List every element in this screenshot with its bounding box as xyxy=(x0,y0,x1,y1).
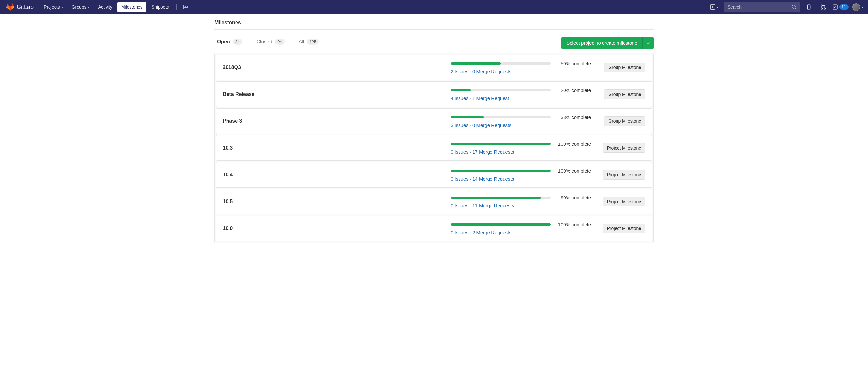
create-milestone-dropdown[interactable] xyxy=(643,37,654,49)
issues-link[interactable]: 0 Issues xyxy=(451,149,468,155)
progress-bar xyxy=(451,223,551,226)
merge-requests-link[interactable]: 2 Merge Requests xyxy=(472,230,512,235)
milestone-badge-col: Project Milestone xyxy=(597,197,645,206)
brand-logo[interactable]: GitLab xyxy=(5,3,35,11)
analytics-icon[interactable] xyxy=(181,2,191,12)
issues-link[interactable]: 0 Issues xyxy=(451,203,468,208)
new-dropdown[interactable]: ▾ xyxy=(708,4,720,9)
nav-milestones-label: Milestones xyxy=(121,4,143,9)
user-menu[interactable]: ▾ xyxy=(852,3,863,11)
issues-link[interactable]: 3 Issues xyxy=(451,122,468,128)
milestone-badge-col: Project Milestone xyxy=(597,224,645,233)
merge-requests-link[interactable]: 11 Merge Requests xyxy=(472,203,514,208)
milestone-progress-col: 50% complete 2 Issues·0 Merge Requests xyxy=(451,61,591,74)
progress-row: 20% complete xyxy=(451,88,591,93)
tab-all-count: 125 xyxy=(307,39,319,45)
merge-requests-link[interactable]: 0 Merge Requests xyxy=(472,69,512,74)
merge-requests-icon[interactable] xyxy=(818,2,829,12)
milestone-type-badge: Project Milestone xyxy=(603,143,645,153)
milestone-progress-col: 100% complete 0 Issues·14 Merge Requests xyxy=(451,168,591,181)
navbar-left: GitLab Projects ▾ Groups ▾ Activity Mile… xyxy=(5,2,191,12)
progress-row: 90% complete xyxy=(451,195,591,200)
milestone-badge-col: Project Milestone xyxy=(597,143,645,153)
filter-tabs: Open 34 Closed 94 All 125 xyxy=(214,35,321,51)
milestone-row: 10.5 90% complete 0 Issues·11 Merge Requ… xyxy=(216,189,652,215)
tab-closed[interactable]: Closed 94 xyxy=(254,35,287,51)
svg-rect-2 xyxy=(807,5,810,9)
nav-snippets[interactable]: Snippets xyxy=(148,2,173,12)
nav-divider xyxy=(177,4,177,10)
caret-down-icon xyxy=(647,41,650,45)
milestone-type-badge: Group Milestone xyxy=(604,116,645,126)
gitlab-icon xyxy=(6,3,14,11)
milestone-badge-col: Group Milestone xyxy=(597,63,645,72)
merge-requests-link[interactable]: 17 Merge Requests xyxy=(472,149,514,155)
milestone-title[interactable]: 10.3 xyxy=(223,145,444,151)
milestone-links: 0 Issues·17 Merge Requests xyxy=(451,149,591,155)
milestone-links: 0 Issues·2 Merge Requests xyxy=(451,230,591,235)
todos-icon xyxy=(832,4,838,10)
progress-fill xyxy=(451,223,551,226)
svg-point-3 xyxy=(821,5,823,6)
progress-fill xyxy=(451,197,541,199)
milestone-badge-col: Group Milestone xyxy=(597,89,645,99)
milestone-links: 0 Issues·14 Merge Requests xyxy=(451,176,591,181)
tab-all[interactable]: All 125 xyxy=(296,35,321,51)
nav-activity-label: Activity xyxy=(98,4,112,9)
milestone-links: 3 Issues·0 Merge Requests xyxy=(451,122,591,128)
milestone-badge-col: Group Milestone xyxy=(597,116,645,126)
merge-requests-link[interactable]: 1 Merge Request xyxy=(472,95,509,101)
milestone-type-badge: Project Milestone xyxy=(603,224,645,233)
progress-fill xyxy=(451,170,551,172)
issues-link[interactable]: 0 Issues xyxy=(451,176,468,181)
progress-percent-label: 50% complete xyxy=(556,61,591,66)
svg-point-4 xyxy=(821,8,823,9)
page-title: Milestones xyxy=(214,14,654,30)
milestone-row: 2018Q3 50% complete 2 Issues·0 Merge Req… xyxy=(216,55,652,80)
nav-projects[interactable]: Projects ▾ xyxy=(40,2,67,12)
milestone-progress-col: 100% complete 0 Issues·2 Merge Requests xyxy=(451,222,591,235)
issues-icon[interactable] xyxy=(804,2,814,12)
todos-button[interactable]: 11 xyxy=(832,4,848,10)
milestone-progress-col: 33% complete 3 Issues·0 Merge Requests xyxy=(451,114,591,128)
merge-requests-link[interactable]: 0 Merge Requests xyxy=(472,122,512,128)
progress-percent-label: 100% complete xyxy=(556,168,591,173)
milestone-links: 2 Issues·0 Merge Requests xyxy=(451,69,591,74)
main-container: Milestones Open 34 Closed 94 All 125 Sel… xyxy=(204,14,664,243)
search-icon xyxy=(792,4,797,9)
merge-requests-link[interactable]: 14 Merge Requests xyxy=(472,176,514,181)
milestone-row: Beta Release 20% complete 4 Issues·1 Mer… xyxy=(216,82,652,107)
progress-row: 100% complete xyxy=(451,168,591,173)
progress-bar xyxy=(451,89,551,91)
milestone-row: 10.4 100% complete 0 Issues·14 Merge Req… xyxy=(216,162,652,188)
progress-fill xyxy=(451,143,551,145)
tab-open[interactable]: Open 34 xyxy=(214,35,245,51)
issues-link[interactable]: 0 Issues xyxy=(451,230,468,235)
milestone-title[interactable]: 10.4 xyxy=(223,172,444,178)
create-milestone-button[interactable]: Select project to create milestone xyxy=(561,37,654,49)
tab-closed-label: Closed xyxy=(256,39,272,45)
milestone-row: 10.3 100% complete 0 Issues·17 Merge Req… xyxy=(216,135,652,161)
search-input[interactable] xyxy=(727,4,792,9)
milestone-type-badge: Project Milestone xyxy=(603,197,645,206)
chevron-down-icon: ▾ xyxy=(88,5,89,9)
nav-activity[interactable]: Activity xyxy=(94,2,116,12)
progress-percent-label: 100% complete xyxy=(556,141,591,147)
milestone-title[interactable]: Beta Release xyxy=(223,91,444,97)
milestone-title[interactable]: 10.0 xyxy=(223,226,444,231)
issues-link[interactable]: 2 Issues xyxy=(451,69,468,74)
milestone-title[interactable]: Phase 3 xyxy=(223,118,444,124)
nav-milestones[interactable]: Milestones xyxy=(118,2,147,12)
issues-link[interactable]: 4 Issues xyxy=(451,95,468,101)
tab-closed-count: 94 xyxy=(275,39,284,45)
progress-row: 100% complete xyxy=(451,141,591,147)
search-box[interactable] xyxy=(724,2,800,12)
milestone-links: 0 Issues·11 Merge Requests xyxy=(451,203,591,208)
progress-percent-label: 20% complete xyxy=(556,88,591,93)
todos-count-badge: 11 xyxy=(839,4,848,9)
progress-fill xyxy=(451,62,501,64)
nav-groups[interactable]: Groups ▾ xyxy=(68,2,93,12)
milestone-title[interactable]: 2018Q3 xyxy=(223,64,444,70)
progress-bar xyxy=(451,170,551,172)
milestone-title[interactable]: 10.5 xyxy=(223,199,444,204)
